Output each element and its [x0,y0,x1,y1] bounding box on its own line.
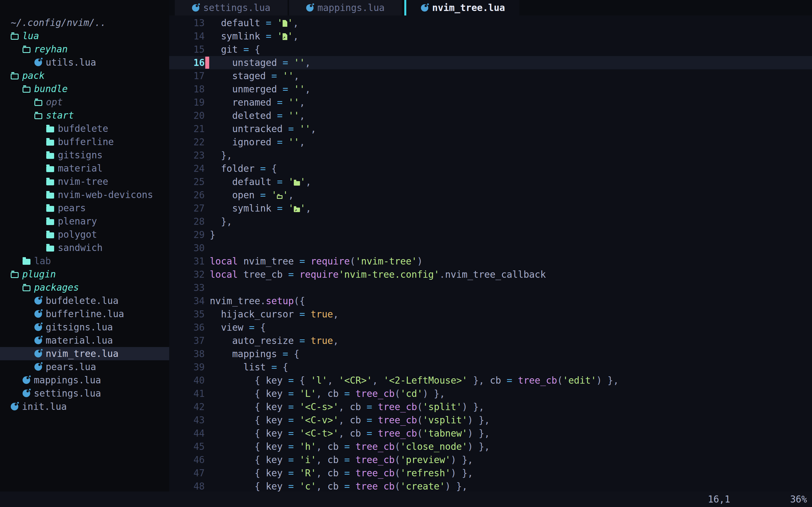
tree-item-lua[interactable]: lua [0,29,169,43]
tree-item-bundle[interactable]: bundle [0,82,169,96]
code-line-33[interactable]: 33 [169,281,812,294]
tree-item-nvim-web-devicons[interactable]: nvim-web-devicons [0,188,169,202]
file-tree[interactable]: ~/.config/nvim/.. luareyhanutils.luapack… [0,0,169,492]
code-line-34[interactable]: 34nvim_tree.setup({ [169,294,812,307]
code-line-29[interactable]: 29} [169,228,812,241]
code-line-44[interactable]: 44 { key = '<C-t>', cb = tree_cb('tabnew… [169,427,812,440]
line-number: 21 [169,122,205,135]
tree-item-bufferline[interactable]: bufferline [0,135,169,149]
tree-item-bufdelete[interactable]: bufdelete [0,122,169,135]
code-line-45[interactable]: 45 { key = 'h', cb = tree_cb('close_node… [169,440,812,453]
lua-icon [421,4,428,11]
code-line-31[interactable]: 31local nvim_tree = require('nvim-tree') [169,255,812,268]
sign-column [205,374,210,387]
tab-settings.lua[interactable]: settings.lua [175,0,288,15]
sign-column [205,82,210,96]
code-line-23[interactable]: 23 }, [169,149,812,162]
tree-item-polygot[interactable]: polygot [0,228,169,241]
code-text: symlink = '', [210,30,299,43]
code-line-35[interactable]: 35 hijack_cursor = true, [169,307,812,321]
code-line-21[interactable]: 21 untracked = '', [169,122,812,135]
code-line-27[interactable]: 27 symlink = '', [169,202,812,215]
editor[interactable]: 13 default = '',14 symlink = '',15 git =… [169,15,812,492]
code-line-15[interactable]: 15 git = { [169,43,812,56]
code-line-30[interactable]: 30 [169,241,812,255]
tree-item-bufdelete.lua[interactable]: bufdelete.lua [0,294,169,307]
code-line-22[interactable]: 22 ignored = '', [169,135,812,149]
code-line-41[interactable]: 41 { key = 'L', cb = tree_cb('cd') }, [169,387,812,400]
sign-column [205,69,210,82]
tree-item-mappings.lua[interactable]: mappings.lua [0,374,169,387]
tree-item-opt[interactable]: opt [0,96,169,109]
tree-item-nvim_tree.lua[interactable]: nvim_tree.lua [0,347,169,360]
tree-item-plugin[interactable]: plugin [0,268,169,281]
code-line-38[interactable]: 38 mappings = { [169,347,812,360]
code-text: nvim_tree.setup({ [210,294,305,307]
code-line-48[interactable]: 48 { key = 'c', cb = tree_cb('create') }… [169,480,812,492]
tree-item-utils.lua[interactable]: utils.lua [0,56,169,69]
line-number: 22 [169,135,205,149]
code-line-43[interactable]: 43 { key = '<C-v>', cb = tree_cb('vsplit… [169,413,812,427]
tree-item-label: polygot [58,229,97,240]
tree-item-lab[interactable]: lab [0,255,169,268]
tree-item-packages[interactable]: packages [0,281,169,294]
line-number: 46 [169,453,205,466]
tree-item-material.lua[interactable]: material.lua [0,334,169,347]
sign-column [205,241,210,255]
folder-open-icon [22,87,31,93]
line-number: 27 [169,202,205,215]
folder-open-icon [11,34,18,40]
code-text: }, [210,215,232,228]
code-line-20[interactable]: 20 deleted = '', [169,109,812,122]
code-line-46[interactable]: 46 { key = 'i', cb = tree_cb('preview') … [169,453,812,466]
nvim-window: ~/.config/nvim/.. luareyhanutils.luapack… [0,0,812,507]
tree-item-gitsigns[interactable]: gitsigns [0,149,169,162]
code-line-14[interactable]: 14 symlink = '', [169,30,812,43]
sign-column [205,96,210,109]
line-number: 35 [169,307,205,321]
code-line-28[interactable]: 28 }, [169,215,812,228]
tree-item-plenary[interactable]: plenary [0,215,169,228]
code-line-17[interactable]: 17 staged = '', [169,69,812,82]
tree-item-reyhan[interactable]: reyhan [0,43,169,56]
tree-item-label: mappings.lua [34,375,101,386]
root-path-label: ~/.config/nvim/.. [11,17,106,28]
folder-closed-icon [46,245,54,251]
code-line-26[interactable]: 26 open = '', [169,188,812,202]
tree-item-material[interactable]: material [0,162,169,175]
tree-item-bufferline.lua[interactable]: bufferline.lua [0,307,169,321]
code-text: folder = { [210,162,277,175]
tree-item-label: start [46,110,74,121]
code-line-24[interactable]: 24 folder = { [169,162,812,175]
tree-item-init.lua[interactable]: init.lua [0,400,169,413]
code-line-36[interactable]: 36 view = { [169,321,812,334]
tree-item-nvim-tree[interactable]: nvim-tree [0,175,169,188]
tree-item-pears.lua[interactable]: pears.lua [0,360,169,374]
code-line-47[interactable]: 47 { key = 'R', cb = tree_cb('refresh') … [169,466,812,480]
tab-bar[interactable]: settings.luamappings.luanvim_tree.lua [169,0,812,15]
code-line-25[interactable]: 25 default = '', [169,175,812,188]
tree-root[interactable]: ~/.config/nvim/.. [0,16,169,29]
tree-item-label: material [58,163,103,174]
code-line-40[interactable]: 40 { key = { 'l', '<CR>', '<2-LeftMouse>… [169,374,812,387]
tree-item-start[interactable]: start [0,109,169,122]
code-line-42[interactable]: 42 { key = '<C-s>', cb = tree_cb('split'… [169,400,812,413]
tree-item-sandwich[interactable]: sandwich [0,241,169,255]
lua-icon [35,310,42,318]
code-line-16[interactable]: 16 unstaged = '', [169,56,812,69]
lua-icon [22,390,30,397]
tab-mappings.lua[interactable]: mappings.lua [289,0,402,15]
code-line-39[interactable]: 39 list = { [169,360,812,374]
tree-item-gitsigns.lua[interactable]: gitsigns.lua [0,321,169,334]
code-line-18[interactable]: 18 unmerged = '', [169,82,812,96]
tree-item-pears[interactable]: pears [0,202,169,215]
code-line-32[interactable]: 32local tree_cb = require'nvim-tree.conf… [169,268,812,281]
code-line-13[interactable]: 13 default = '', [169,16,812,30]
tree-item-settings.lua[interactable]: settings.lua [0,387,169,400]
tab-nvim_tree.lua[interactable]: nvim_tree.lua [407,0,519,15]
code-line-19[interactable]: 19 renamed = '', [169,96,812,109]
code-line-37[interactable]: 37 auto_resize = true, [169,334,812,347]
tree-item-label: gitsigns [58,150,103,161]
tree-item-pack[interactable]: pack [0,69,169,82]
tree-item-label: utils.lua [46,57,96,68]
